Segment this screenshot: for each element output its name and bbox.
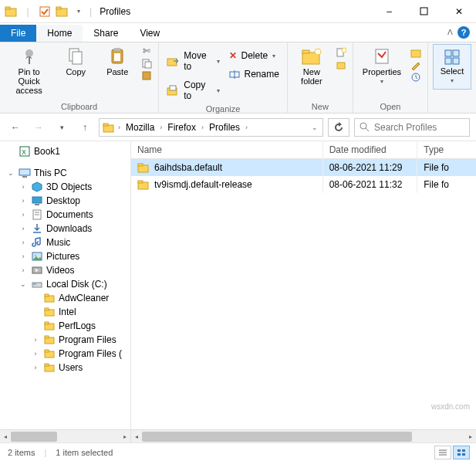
paste-icon (108, 47, 127, 66)
copy-path-button[interactable] (140, 58, 154, 69)
svg-rect-76 (457, 453, 461, 456)
svg-rect-28 (411, 50, 420, 57)
tree-item[interactable]: ›Pictures (0, 249, 130, 263)
tree-item[interactable]: ›Users (0, 361, 130, 375)
easy-access-button[interactable] (334, 59, 348, 70)
ribbon-tabs: File Home Share View ᐱ ? (0, 23, 476, 42)
svg-rect-43 (32, 197, 42, 203)
tree-item[interactable]: ›3D Objects (0, 180, 130, 194)
file-row[interactable]: 6aihdsba.default 08-06-2021 11:29 File f… (131, 159, 476, 176)
tree-item[interactable]: ›Program Files (0, 333, 130, 347)
3d-objects-icon (31, 181, 43, 192)
tree-item-book1[interactable]: X Book1 (0, 144, 130, 158)
group-organize: Move to▾ Copy to▾ ✕ Delete▾ Rename Organ… (159, 42, 288, 113)
watermark: wsxdn.com (431, 402, 470, 411)
folder-icon (137, 162, 150, 173)
tree-item[interactable]: ›Downloads (0, 222, 130, 236)
pin-icon (20, 47, 39, 66)
qat-dropdown-icon[interactable]: ▾ (73, 5, 85, 18)
file-row[interactable]: tv9ismdj.default-release 08-06-2021 11:3… (131, 176, 476, 193)
svg-rect-12 (114, 53, 120, 61)
close-button[interactable]: ✕ (441, 0, 476, 23)
breadcrumb-segment[interactable]: Mozilla (123, 122, 157, 133)
svg-rect-64 (45, 350, 49, 352)
tab-home[interactable]: Home (36, 25, 83, 42)
list-horizontal-scrollbar[interactable]: ◂▸ (131, 429, 476, 442)
chevron-right-icon[interactable]: › (116, 124, 122, 131)
tab-share[interactable]: Share (83, 25, 129, 42)
tree-item[interactable]: ›Music (0, 236, 130, 249)
breadcrumb-segment[interactable]: Firefox (165, 122, 198, 133)
tree-item[interactable]: Intel (0, 305, 130, 319)
pc-icon (19, 168, 31, 178)
svg-rect-68 (138, 164, 143, 166)
chevron-right-icon[interactable]: › (244, 124, 249, 131)
collapse-ribbon-icon[interactable]: ᐱ (447, 28, 453, 36)
search-box[interactable]: Search Profiles (354, 118, 470, 137)
pin-to-quick-access-button[interactable]: Pin to Quick access (5, 44, 53, 98)
chevron-right-icon[interactable]: › (158, 124, 164, 131)
back-button[interactable]: ← (6, 118, 25, 137)
tree-item[interactable]: ›Program Files ( (0, 347, 130, 361)
svg-rect-54 (33, 283, 36, 285)
up-button[interactable]: ↑ (76, 118, 94, 137)
tree-item-local-disk[interactable]: ⌄Local Disk (C:) (0, 277, 130, 291)
pictures-icon (31, 251, 43, 262)
svg-rect-26 (337, 63, 345, 69)
minimize-button[interactable]: – (372, 0, 407, 23)
svg-rect-41 (22, 176, 27, 178)
refresh-button[interactable] (328, 118, 349, 137)
edit-button[interactable] (409, 59, 423, 70)
move-to-button[interactable]: Move to▾ (164, 49, 222, 73)
qat-folder-icon[interactable] (56, 5, 68, 18)
tree-item[interactable]: PerfLogs (0, 319, 130, 333)
history-button[interactable] (409, 72, 423, 83)
navigation-tree[interactable]: X Book1 ⌄ This PC ›3D Objects ›Desktop ›… (0, 141, 131, 429)
details-view-button[interactable] (434, 446, 451, 459)
qat-checkbox-icon[interactable] (39, 5, 51, 18)
tab-view[interactable]: View (129, 25, 170, 42)
address-bar[interactable]: › Mozilla › Firefox › Profiles › ⌄ (99, 118, 323, 137)
collapse-icon[interactable]: ⌄ (6, 169, 15, 177)
paste-shortcut-button[interactable] (140, 70, 154, 81)
chevron-right-icon[interactable]: › (200, 124, 205, 131)
properties-button[interactable]: Properties ▾ (358, 44, 406, 88)
collapse-icon[interactable]: ⌄ (19, 280, 28, 288)
recent-locations-button[interactable]: ▾ (52, 118, 71, 137)
address-dropdown-icon[interactable]: ⌄ (310, 124, 319, 131)
maximize-button[interactable] (407, 0, 441, 23)
new-item-button[interactable] (334, 47, 348, 58)
rename-button[interactable]: Rename (226, 67, 282, 81)
copy-to-button[interactable]: Copy to▾ (164, 78, 222, 103)
svg-rect-16 (167, 59, 177, 66)
column-date[interactable]: Date modified (323, 141, 418, 158)
new-folder-button[interactable]: New folder (292, 44, 331, 89)
tree-horizontal-scrollbar[interactable]: ◂▸ (0, 429, 131, 442)
svg-rect-62 (45, 336, 49, 338)
tree-item-this-pc[interactable]: ⌄ This PC (0, 166, 130, 180)
help-icon[interactable]: ? (457, 26, 470, 39)
svg-rect-70 (138, 181, 143, 183)
forward-button[interactable]: → (29, 118, 48, 137)
tree-item[interactable]: AdwCleaner (0, 291, 130, 305)
select-button[interactable]: Select ▾ (433, 44, 471, 90)
svg-rect-5 (420, 8, 427, 15)
tree-item[interactable]: ›Videos (0, 263, 130, 277)
tree-item[interactable]: ›Documents (0, 208, 130, 222)
svg-rect-74 (457, 449, 461, 452)
large-icons-view-button[interactable] (453, 446, 470, 459)
tab-file[interactable]: File (0, 25, 36, 42)
copy-button[interactable]: Copy (56, 44, 95, 80)
svg-rect-2 (40, 7, 49, 16)
column-headers: Name Date modified Type (131, 141, 476, 159)
column-name[interactable]: Name (131, 141, 323, 158)
cut-button[interactable]: ✄ (140, 46, 154, 56)
tree-item[interactable]: ›Desktop (0, 194, 130, 208)
paste-button[interactable]: Paste (98, 44, 137, 80)
delete-button[interactable]: ✕ Delete▾ (226, 49, 282, 63)
open-button[interactable] (409, 47, 423, 58)
breadcrumb-segment[interactable]: Profiles (207, 122, 242, 133)
selection-count: 1 item selected (56, 448, 113, 457)
svg-rect-15 (143, 72, 150, 80)
column-type[interactable]: Type (417, 141, 476, 158)
